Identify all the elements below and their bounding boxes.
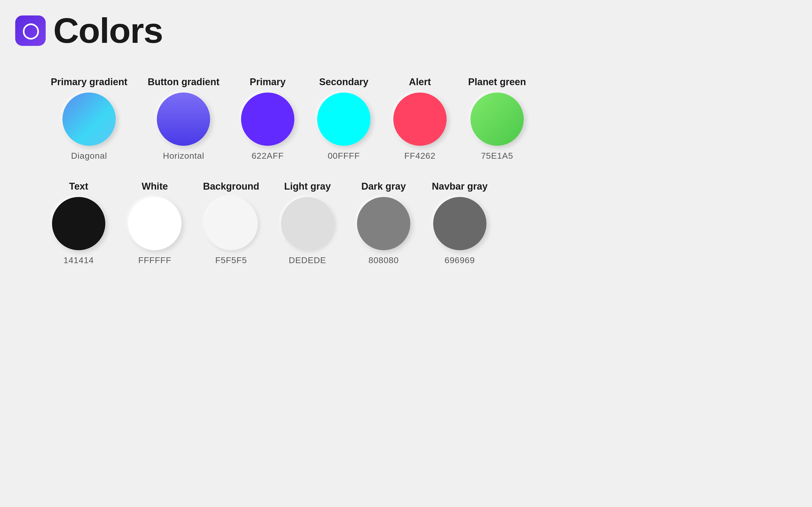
color-label-background: Background — [203, 181, 259, 192]
color-label-secondary: Secondary — [319, 76, 368, 88]
color-hex-white: FFFFFF — [138, 255, 171, 265]
logo-icon: ◯ — [22, 23, 39, 38]
color-circle-light-gray — [281, 197, 334, 250]
color-circle-dark-gray — [357, 197, 410, 250]
color-item-light-gray: Light grayDEDEDE — [280, 181, 336, 265]
color-circle-alert — [393, 93, 447, 146]
color-hex-primary: 622AFF — [251, 151, 284, 161]
color-row-row1: Primary gradientDiagonalButton gradientH… — [51, 76, 761, 161]
logo: ◯ — [15, 15, 46, 46]
color-row-row2: Text141414WhiteFFFFFFBackgroundF5F5F5Lig… — [51, 181, 761, 265]
color-hex-text: 141414 — [63, 255, 94, 265]
color-label-text: Text — [69, 181, 88, 192]
color-circle-navbar-gray — [433, 197, 487, 250]
color-item-planet-green: Planet green75E1A5 — [468, 76, 526, 161]
color-hex-button-gradient: Horizontal — [163, 151, 204, 161]
color-item-background: BackgroundF5F5F5 — [203, 181, 259, 265]
color-item-text: Text141414 — [51, 181, 107, 265]
color-hex-dark-gray: 808080 — [368, 255, 399, 265]
color-hex-background: F5F5F5 — [215, 255, 247, 265]
color-item-button-gradient: Button gradientHorizontal — [148, 76, 219, 161]
color-hex-navbar-gray: 696969 — [445, 255, 475, 265]
color-label-primary-gradient: Primary gradient — [51, 76, 128, 88]
color-label-navbar-gray: Navbar gray — [432, 181, 488, 192]
color-circle-button-gradient — [157, 93, 210, 146]
color-circle-planet-green — [470, 93, 524, 146]
color-hex-primary-gradient: Diagonal — [71, 151, 107, 161]
color-hex-secondary: 00FFFF — [327, 151, 360, 161]
color-label-primary: Primary — [250, 76, 286, 88]
color-item-alert: AlertFF4262 — [392, 76, 448, 161]
color-label-white: White — [142, 181, 168, 192]
color-circle-secondary — [317, 93, 370, 146]
color-hex-planet-green: 75E1A5 — [481, 151, 513, 161]
color-item-white: WhiteFFFFFF — [127, 181, 183, 265]
page-title: Colors — [53, 10, 163, 51]
color-circle-text — [52, 197, 105, 250]
color-hex-light-gray: DEDEDE — [289, 255, 326, 265]
color-item-navbar-gray: Navbar gray696969 — [432, 181, 488, 265]
colors-grid: Primary gradientDiagonalButton gradientH… — [0, 61, 812, 301]
color-item-primary: Primary622AFF — [240, 76, 296, 161]
color-label-planet-green: Planet green — [468, 76, 526, 88]
color-circle-primary-gradient — [62, 93, 116, 146]
color-label-button-gradient: Button gradient — [148, 76, 219, 88]
color-item-dark-gray: Dark gray808080 — [356, 181, 412, 265]
color-item-secondary: Secondary00FFFF — [316, 76, 372, 161]
color-circle-background — [205, 197, 258, 250]
color-label-light-gray: Light gray — [284, 181, 331, 192]
color-label-dark-gray: Dark gray — [361, 181, 406, 192]
color-circle-primary — [241, 93, 294, 146]
color-hex-alert: FF4262 — [404, 151, 436, 161]
color-item-primary-gradient: Primary gradientDiagonal — [51, 76, 128, 161]
color-label-alert: Alert — [409, 76, 431, 88]
page-header: ◯ Colors — [0, 0, 812, 61]
color-circle-white — [128, 197, 182, 250]
